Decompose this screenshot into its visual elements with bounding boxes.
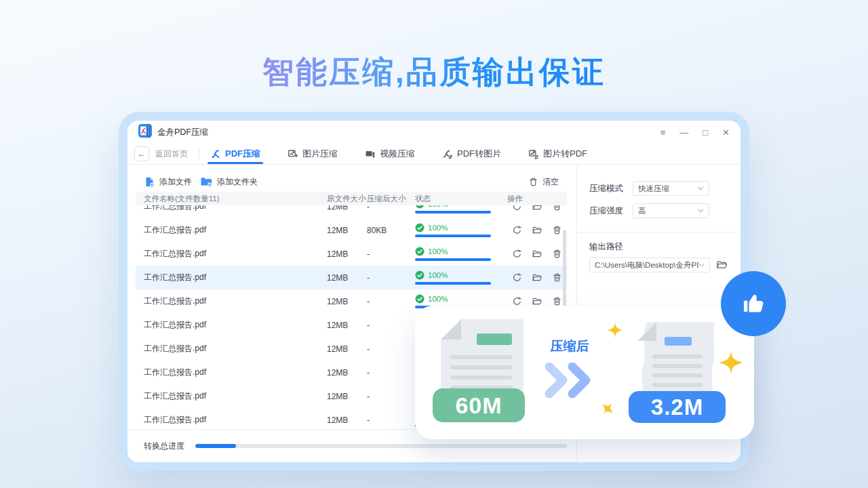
actions-cell xyxy=(507,272,567,283)
thumbs-up-icon xyxy=(736,286,771,321)
back-home-link[interactable]: 返回首页 xyxy=(155,148,188,160)
original-size: 12MB xyxy=(327,226,367,235)
window-controls: ≡ — □ ✕ xyxy=(660,128,730,137)
open-folder-icon[interactable] xyxy=(532,249,542,259)
maximize-icon[interactable]: □ xyxy=(703,128,708,137)
page-title: 智能压缩,品质输出保证 xyxy=(262,52,606,94)
compressed-size: - xyxy=(367,344,415,354)
chevron-down-icon xyxy=(698,262,705,268)
compressed-size: - xyxy=(367,392,415,401)
file-name: 工作汇总报告.pdf xyxy=(136,319,327,331)
chevron-down-icon xyxy=(697,208,704,214)
check-circle-icon xyxy=(415,223,425,232)
compressed-size: - xyxy=(367,368,415,378)
status-cell: 100% xyxy=(415,247,507,261)
file-name: 工作汇总报告.pdf xyxy=(136,390,327,402)
tab-video-compress[interactable]: 视频压缩 xyxy=(365,144,415,164)
sparkle-icon xyxy=(608,323,623,338)
browse-folder-button[interactable] xyxy=(715,259,728,273)
size-after-badge: 3.2M xyxy=(629,391,726,423)
file-name: 工作汇总报告.pdf xyxy=(136,224,327,236)
delete-icon[interactable] xyxy=(552,225,562,235)
hero-banner: 智能压缩,品质输出保证 xyxy=(0,52,868,94)
add-file-button[interactable]: 添加文件 xyxy=(144,176,192,188)
check-circle-icon xyxy=(415,294,425,304)
minimize-icon[interactable]: — xyxy=(679,128,688,137)
divider xyxy=(577,232,741,232)
open-folder-icon[interactable] xyxy=(532,272,542,283)
tab-pdf-to-image[interactable]: PDF转图片 xyxy=(442,144,501,164)
compressed-size: 80KB xyxy=(367,226,415,235)
table-header: 文件名称(文件数量11) 原文件大小 压缩后大小 状态 操作 xyxy=(136,192,567,205)
table-row[interactable]: 工作汇总报告.pdf12MB-100% xyxy=(136,242,567,266)
pdf-to-image-icon xyxy=(442,148,453,159)
compress-strength-select[interactable]: 高 xyxy=(633,203,709,218)
image-to-pdf-icon xyxy=(528,148,539,159)
sparkle-icon xyxy=(719,351,743,374)
add-folder-icon xyxy=(200,176,213,187)
close-icon[interactable]: ✕ xyxy=(722,128,730,137)
video-compress-icon xyxy=(365,148,376,159)
add-folder-button[interactable]: 添加文件夹 xyxy=(200,176,258,188)
row-progress-bar xyxy=(415,258,491,261)
sparkle-icon xyxy=(598,399,617,418)
actions-cell xyxy=(507,296,567,306)
delete-icon[interactable] xyxy=(552,296,562,306)
delete-icon[interactable] xyxy=(552,249,562,259)
open-folder-icon[interactable] xyxy=(532,296,542,306)
compress-strength-label: 压缩强度 xyxy=(589,205,623,217)
output-path-select[interactable]: C:\Users\电脑\Desktop\金舟PDF... xyxy=(589,258,710,272)
total-progress-label: 转换总进度 xyxy=(144,441,184,452)
tab-image-to-pdf[interactable]: 图片转PDF xyxy=(528,144,587,164)
size-before-badge: 60M xyxy=(433,388,525,422)
file-name: 工作汇总报告.pdf xyxy=(136,248,327,260)
progress-percent: 100% xyxy=(428,295,448,303)
original-size: 12MB xyxy=(327,249,367,259)
retry-icon[interactable] xyxy=(512,249,522,259)
file-name: 工作汇总报告.pdf xyxy=(136,414,327,426)
delete-icon[interactable] xyxy=(552,272,562,283)
tab-pdf-compress[interactable]: PDF压缩 xyxy=(210,144,260,164)
folder-icon xyxy=(715,259,728,270)
original-size: 12MB xyxy=(327,344,367,354)
compress-strength-row: 压缩强度 高 xyxy=(589,203,709,218)
compress-mode-select[interactable]: 快速压缩 xyxy=(633,181,709,196)
pdf-compress-icon xyxy=(210,148,221,159)
progress-percent: 100% xyxy=(428,271,448,279)
actions-cell xyxy=(507,225,567,235)
clear-all-button[interactable]: 清空 xyxy=(528,176,559,188)
file-name: 工作汇总报告.pdf xyxy=(136,343,327,354)
file-name: 工作汇总报告.pdf xyxy=(136,367,327,378)
status-cell: 100% xyxy=(415,270,507,285)
trash-icon xyxy=(528,177,538,187)
compressed-size: - xyxy=(367,415,415,425)
check-circle-icon xyxy=(415,270,425,280)
table-row[interactable]: 工作汇总报告.pdf12MB-100% xyxy=(136,266,567,289)
compressed-size: - xyxy=(367,297,415,306)
chevron-down-icon xyxy=(697,186,704,191)
output-path-label: 输出路径 xyxy=(589,241,623,253)
original-size: 12MB xyxy=(327,415,367,425)
tab-bar: ← 返回首页 PDF压缩 图片压缩 xyxy=(127,144,741,165)
window-title: 金舟PDF压缩 xyxy=(157,127,208,138)
file-name: 工作汇总报告.pdf xyxy=(136,296,327,307)
compressed-size: - xyxy=(367,273,415,283)
menu-icon[interactable]: ≡ xyxy=(660,128,666,137)
retry-icon[interactable] xyxy=(512,225,522,235)
back-button[interactable]: ← xyxy=(134,146,149,161)
actions-cell xyxy=(507,249,567,259)
file-name: 工作汇总报告.pdf xyxy=(136,272,327,283)
retry-icon[interactable] xyxy=(512,272,522,283)
progress-percent: 100% xyxy=(428,247,448,256)
table-row[interactable]: 工作汇总报告.pdf12MB80KB100% xyxy=(136,218,567,242)
tab-image-compress[interactable]: 图片压缩 xyxy=(288,144,338,164)
double-chevron-icon xyxy=(544,363,598,398)
original-size: 12MB xyxy=(327,321,367,330)
original-size: 12MB xyxy=(327,392,367,401)
app-logo-icon xyxy=(138,124,152,140)
image-compress-icon xyxy=(288,148,298,159)
toolbar: 添加文件 添加文件夹 清空 xyxy=(136,169,568,194)
retry-icon[interactable] xyxy=(512,296,522,306)
open-folder-icon[interactable] xyxy=(532,225,542,235)
thumbs-up-badge xyxy=(721,271,786,336)
